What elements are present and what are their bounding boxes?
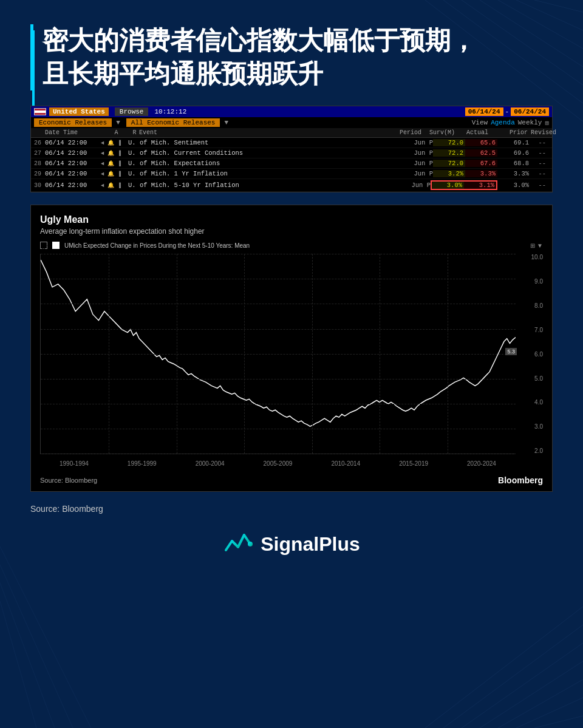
- x-label-2015: 2015-2019: [399, 460, 428, 467]
- row-icons: ◄ 🔔 ▐: [101, 182, 128, 189]
- all-eco-releases-tab: All Economic Releases: [126, 118, 220, 127]
- chart-x-axis: 1990-1994 1995-1999 2000-2004 2005-2009 …: [40, 454, 516, 472]
- row-surv: 72.0: [433, 139, 465, 146]
- terminal-header: United States Browse 10:12:12 06/14/24 -…: [31, 106, 552, 117]
- view-label: View: [472, 119, 488, 127]
- title-section: 密大的消费者信心指数大幅低于预期， 且长期平均通胀预期跃升: [30, 24, 553, 90]
- grid-v-3: [244, 254, 245, 454]
- col-header-m: [121, 129, 130, 136]
- grid-line-2: [41, 304, 516, 304]
- legend-checkbox: ✓: [40, 242, 47, 249]
- chart-legend: ✓ UMich Expected Change in Prices During…: [40, 242, 543, 249]
- row-num: 28: [34, 160, 45, 167]
- row-event: U. of Mich. 5-10 Yr Inflation: [128, 182, 397, 189]
- x-label-2010: 2010-2014: [331, 460, 360, 467]
- grid-line-7: [41, 429, 516, 429]
- svg-line-10: [480, 661, 583, 728]
- row-num: 26: [34, 140, 45, 146]
- legend-text: UMich Expected Change in Prices During t…: [64, 242, 250, 249]
- terminal-subheader: Economic Releases ▼ All Economic Release…: [31, 117, 552, 128]
- terminal-screenshot: United States Browse 10:12:12 06/14/24 -…: [30, 106, 553, 192]
- row-surv: 3.0%: [432, 182, 464, 189]
- current-value-box: 5.3: [505, 348, 517, 355]
- table-row: 26 06/14 22:00 ◄ 🔔 ▐ U. of Mich. Sentime…: [31, 138, 552, 148]
- row-event: U. of Mich. Expectations: [128, 160, 400, 167]
- row-icons: ◄ 🔔 ▐: [101, 150, 128, 157]
- chart-area: [40, 254, 516, 454]
- row-date: 06/14 22:00: [45, 170, 101, 177]
- row-period: Jun P: [400, 170, 433, 177]
- row-icons: ◄ 🔔 ▐: [101, 140, 128, 146]
- row-prior: 68.8: [497, 160, 531, 167]
- row-date: 06/14 22:00: [45, 149, 101, 157]
- grid-v-4: [312, 254, 313, 454]
- row-period: Jun P: [400, 160, 433, 167]
- col-header-event: Event: [139, 129, 388, 136]
- svg-line-13: [534, 716, 583, 728]
- table-row: 29 06/14 22:00 ◄ 🔔 ▐ U. of Mich. 1 Yr In…: [31, 169, 552, 179]
- svg-line-16: [0, 583, 55, 728]
- eco-releases-tab: Economic Releases: [34, 118, 112, 127]
- col-header-a: A: [112, 129, 121, 136]
- legend-color-box: [52, 242, 60, 249]
- row-num: 29: [34, 171, 45, 177]
- row-actual: 3.1%: [464, 182, 496, 189]
- y-label-6: 6.0: [534, 351, 543, 358]
- row-surv: 72.0: [433, 160, 465, 167]
- terminal-country: United States: [49, 107, 109, 116]
- terminal-col-headers: Date Time A R Event Period Surv(M) Actua…: [31, 128, 552, 138]
- row-prior: 69.1: [497, 139, 531, 146]
- terminal-dates: 06/14/24 - 06/24/24: [465, 107, 549, 116]
- y-label-4: 4.0: [534, 399, 543, 406]
- signalplus-logo: [223, 532, 253, 556]
- x-label-2020: 2020-2024: [467, 460, 496, 467]
- grid-line-6: [41, 404, 516, 404]
- y-label-5: 5.0: [534, 375, 543, 382]
- chart-section: Ugly Mean Average long-term inflation ex…: [30, 205, 553, 492]
- row-period: Jun P: [397, 182, 431, 189]
- y-label-3: 3.0: [534, 423, 543, 430]
- row-actual: 65.6: [465, 139, 497, 146]
- table-row: 30 06/14 22:00 ◄ 🔔 ▐ U. of Mich. 5-10 Yr…: [31, 179, 552, 192]
- weekly-label: Weekly: [518, 119, 542, 127]
- row-event: U. of Mich. 1 Yr Inflation: [128, 170, 400, 177]
- row-revised: --: [531, 182, 549, 189]
- table-row: 28 06/14 22:00 ◄ 🔔 ▐ U. of Mich. Expecta…: [31, 158, 552, 169]
- row-date: 06/14 22:00: [45, 139, 101, 146]
- col-header-revised: Revised: [531, 129, 549, 136]
- svg-line-12: [516, 698, 583, 728]
- chart-title: Ugly Mean: [40, 214, 543, 225]
- main-title-line2: 且长期平均通胀预期跃升: [43, 58, 553, 91]
- footer: SignalPlus: [30, 532, 553, 556]
- row-surv: 72.2: [433, 149, 465, 157]
- us-flag: [34, 108, 46, 115]
- chart-y-axis: 10.0 9.0 8.0 7.0 6.0 5.0 4.0 3.0 2.0: [519, 254, 543, 454]
- svg-line-17: [0, 601, 36, 728]
- bloomberg-brand: Bloomberg: [498, 475, 543, 485]
- row-revised: --: [531, 149, 549, 157]
- row-event: U. of Mich. Current Conditions: [128, 149, 400, 157]
- svg-point-19: [248, 542, 253, 546]
- col-header-date: Date Time: [45, 129, 112, 136]
- row-num: 27: [34, 150, 45, 157]
- row-event: U. of Mich. Sentiment: [128, 139, 400, 146]
- signalplus-brand-name: SignalPlus: [261, 533, 360, 556]
- grid-v-5: [380, 254, 380, 454]
- x-label-1995: 1995-1999: [128, 460, 157, 467]
- row-date: 06/14 22:00: [45, 182, 101, 189]
- agenda-label: Agenda: [491, 119, 515, 127]
- row-actual: 67.6: [465, 160, 497, 167]
- grid-line-5: [41, 379, 516, 379]
- row-prior: 3.0%: [497, 182, 531, 189]
- y-label-10: 10.0: [531, 254, 543, 260]
- svg-line-8: [443, 625, 583, 728]
- grid-v-1: [109, 254, 109, 454]
- date-to: 06/24/24: [511, 107, 549, 116]
- grid-v-2: [177, 254, 177, 454]
- y-label-7: 7.0: [534, 327, 543, 333]
- grid-line-1: [41, 279, 516, 279]
- y-label-9: 9.0: [534, 278, 543, 285]
- row-revised: --: [531, 170, 549, 177]
- row-period: Jun P: [400, 149, 433, 157]
- grid-line-4: [41, 354, 516, 355]
